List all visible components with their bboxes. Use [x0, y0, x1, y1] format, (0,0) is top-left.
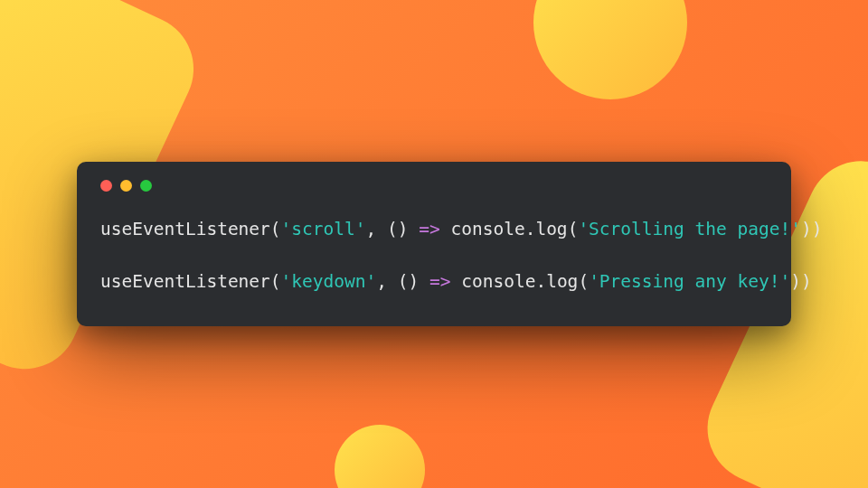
window-titlebar [100, 176, 768, 211]
code-token: . [525, 219, 536, 239]
code-token: )) [790, 271, 811, 292]
minimize-icon[interactable] [120, 180, 132, 192]
code-token: ( [270, 271, 281, 292]
code-blank-line [100, 248, 768, 264]
decor-circle-top [533, 0, 687, 99]
code-block: useEventListener('scroll', () => console… [100, 211, 768, 300]
code-token: 'Scrolling the page!' [578, 219, 801, 239]
code-token: . [535, 271, 546, 292]
code-token: useEventListener [100, 219, 270, 239]
close-icon[interactable] [100, 180, 112, 192]
code-token: log [535, 219, 567, 239]
code-token: )) [801, 219, 822, 239]
code-token: 'scroll' [281, 219, 366, 239]
code-token [450, 271, 461, 292]
code-token: 'keydown' [281, 271, 377, 292]
code-token: => [419, 219, 439, 239]
code-token: log [546, 271, 578, 292]
code-token: 'Pressing any key!' [589, 271, 790, 292]
code-token [440, 219, 451, 239]
code-token: console [461, 271, 535, 292]
maximize-icon[interactable] [140, 180, 152, 192]
code-token: ( [568, 219, 579, 239]
code-token: ( [270, 219, 281, 239]
code-line: useEventListener('scroll', () => console… [100, 211, 768, 248]
code-token: , () [366, 219, 420, 239]
code-token: ( [578, 271, 589, 292]
code-line: useEventListener('keydown', () => consol… [100, 264, 768, 300]
code-token: console [450, 219, 524, 239]
code-token: => [429, 271, 450, 292]
code-token: , () [376, 271, 429, 292]
code-window: useEventListener('scroll', () => console… [77, 162, 791, 327]
code-token: useEventListener [100, 271, 270, 292]
decor-circle-bottom [335, 425, 425, 488]
